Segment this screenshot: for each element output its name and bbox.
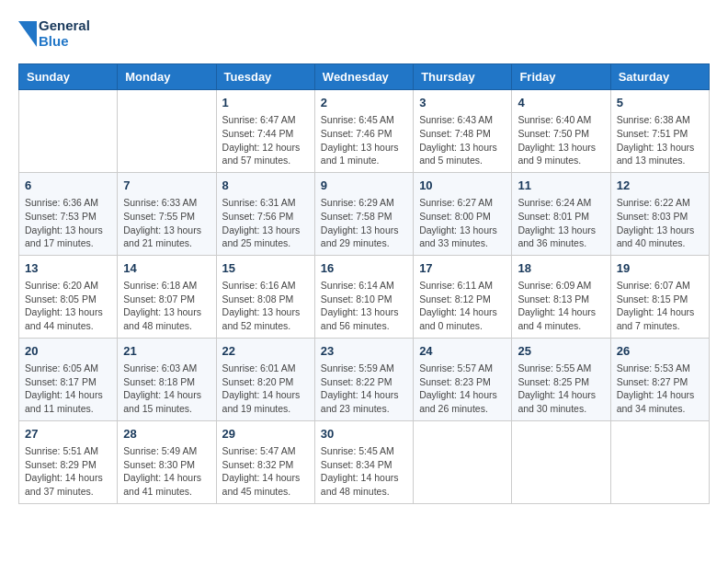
calendar-cell: 17Sunrise: 6:11 AM Sunset: 8:12 PM Dayli… — [414, 255, 512, 338]
calendar-cell: 8Sunrise: 6:31 AM Sunset: 7:56 PM Daylig… — [216, 172, 314, 255]
calendar-cell: 7Sunrise: 6:33 AM Sunset: 7:55 PM Daylig… — [118, 172, 216, 255]
day-info: Sunrise: 6:03 AM Sunset: 8:18 PM Dayligh… — [123, 362, 210, 416]
day-info: Sunrise: 6:05 AM Sunset: 8:17 PM Dayligh… — [25, 362, 111, 416]
calendar-week-2: 6Sunrise: 6:36 AM Sunset: 7:53 PM Daylig… — [19, 172, 710, 255]
day-number: 4 — [518, 95, 604, 111]
day-info: Sunrise: 6:31 AM Sunset: 7:56 PM Dayligh… — [222, 196, 309, 250]
calendar-cell: 11Sunrise: 6:24 AM Sunset: 8:01 PM Dayli… — [512, 172, 610, 255]
day-number: 13 — [25, 260, 111, 277]
day-info: Sunrise: 5:45 AM Sunset: 8:34 PM Dayligh… — [321, 444, 407, 499]
svg-marker-0 — [18, 21, 37, 47]
logo: General Blue — [18, 18, 90, 49]
day-number: 20 — [25, 343, 111, 360]
calendar-cell — [610, 420, 709, 503]
day-info: Sunrise: 6:33 AM Sunset: 7:55 PM Dayligh… — [123, 196, 210, 250]
calendar-cell: 2Sunrise: 6:45 AM Sunset: 7:46 PM Daylig… — [314, 90, 413, 173]
calendar-cell: 6Sunrise: 6:36 AM Sunset: 7:53 PM Daylig… — [19, 172, 118, 255]
calendar-cell: 1Sunrise: 6:47 AM Sunset: 7:44 PM Daylig… — [216, 90, 314, 173]
day-number: 8 — [222, 178, 309, 194]
day-number: 22 — [222, 343, 309, 360]
calendar-cell: 21Sunrise: 6:03 AM Sunset: 8:18 PM Dayli… — [118, 338, 216, 420]
header-day-tuesday: Tuesday — [216, 64, 314, 90]
calendar-cell: 20Sunrise: 6:05 AM Sunset: 8:17 PM Dayli… — [19, 338, 118, 420]
day-info: Sunrise: 6:11 AM Sunset: 8:12 PM Dayligh… — [419, 279, 506, 333]
day-info: Sunrise: 5:49 AM Sunset: 8:30 PM Dayligh… — [123, 444, 210, 499]
calendar-cell: 3Sunrise: 6:43 AM Sunset: 7:48 PM Daylig… — [414, 90, 512, 173]
logo-container: General Blue — [18, 18, 90, 49]
day-number: 6 — [25, 178, 111, 194]
calendar-cell: 30Sunrise: 5:45 AM Sunset: 8:34 PM Dayli… — [314, 420, 413, 503]
calendar-cell: 27Sunrise: 5:51 AM Sunset: 8:29 PM Dayli… — [19, 420, 118, 503]
calendar-week-1: 1Sunrise: 6:47 AM Sunset: 7:44 PM Daylig… — [19, 90, 710, 173]
day-number: 21 — [123, 343, 210, 360]
calendar-cell: 18Sunrise: 6:09 AM Sunset: 8:13 PM Dayli… — [512, 255, 610, 338]
header-day-thursday: Thursday — [414, 64, 512, 90]
calendar-week-3: 13Sunrise: 6:20 AM Sunset: 8:05 PM Dayli… — [19, 255, 710, 338]
day-number: 7 — [123, 178, 210, 194]
day-number: 1 — [222, 95, 309, 111]
day-info: Sunrise: 6:40 AM Sunset: 7:50 PM Dayligh… — [518, 113, 604, 167]
day-number: 27 — [25, 426, 111, 442]
day-info: Sunrise: 6:20 AM Sunset: 8:05 PM Dayligh… — [25, 279, 111, 333]
day-number: 9 — [321, 178, 407, 194]
header-day-friday: Friday — [512, 64, 610, 90]
day-info: Sunrise: 6:29 AM Sunset: 7:58 PM Dayligh… — [321, 196, 407, 250]
day-number: 30 — [321, 426, 407, 442]
day-info: Sunrise: 5:57 AM Sunset: 8:23 PM Dayligh… — [419, 362, 506, 416]
calendar-week-5: 27Sunrise: 5:51 AM Sunset: 8:29 PM Dayli… — [19, 420, 710, 503]
day-info: Sunrise: 6:22 AM Sunset: 8:03 PM Dayligh… — [617, 196, 703, 250]
day-info: Sunrise: 6:24 AM Sunset: 8:01 PM Dayligh… — [518, 196, 604, 250]
calendar-cell: 4Sunrise: 6:40 AM Sunset: 7:50 PM Daylig… — [512, 90, 610, 173]
day-number: 25 — [518, 343, 604, 360]
calendar-cell: 9Sunrise: 6:29 AM Sunset: 7:58 PM Daylig… — [314, 172, 413, 255]
day-info: Sunrise: 6:14 AM Sunset: 8:10 PM Dayligh… — [321, 279, 407, 333]
day-info: Sunrise: 6:27 AM Sunset: 8:00 PM Dayligh… — [419, 196, 506, 250]
day-info: Sunrise: 6:43 AM Sunset: 7:48 PM Dayligh… — [419, 113, 506, 167]
header-day-saturday: Saturday — [610, 64, 709, 90]
calendar-cell: 5Sunrise: 6:38 AM Sunset: 7:51 PM Daylig… — [610, 90, 709, 173]
day-number: 29 — [222, 426, 309, 442]
day-number: 5 — [617, 95, 703, 111]
day-number: 26 — [617, 343, 703, 360]
header-row: SundayMondayTuesdayWednesdayThursdayFrid… — [19, 64, 710, 90]
day-number: 23 — [321, 343, 407, 360]
day-number: 15 — [222, 260, 309, 277]
calendar-cell: 22Sunrise: 6:01 AM Sunset: 8:20 PM Dayli… — [216, 338, 314, 420]
day-number: 12 — [617, 178, 703, 194]
day-number: 19 — [617, 260, 703, 277]
calendar-cell: 13Sunrise: 6:20 AM Sunset: 8:05 PM Dayli… — [19, 255, 118, 338]
day-number: 10 — [419, 178, 506, 194]
day-info: Sunrise: 6:36 AM Sunset: 7:53 PM Dayligh… — [25, 196, 111, 250]
logo-triangle-icon — [18, 21, 37, 47]
day-number: 3 — [419, 95, 506, 111]
day-info: Sunrise: 5:47 AM Sunset: 8:32 PM Dayligh… — [222, 444, 309, 499]
day-info: Sunrise: 6:47 AM Sunset: 7:44 PM Dayligh… — [222, 113, 309, 167]
calendar-cell: 19Sunrise: 6:07 AM Sunset: 8:15 PM Dayli… — [610, 255, 709, 338]
calendar-cell — [414, 420, 512, 503]
calendar-table: SundayMondayTuesdayWednesdayThursdayFrid… — [18, 63, 710, 504]
calendar-cell: 25Sunrise: 5:55 AM Sunset: 8:25 PM Dayli… — [512, 338, 610, 420]
day-number: 14 — [123, 260, 210, 277]
page-header: General Blue — [18, 18, 710, 49]
day-info: Sunrise: 5:51 AM Sunset: 8:29 PM Dayligh… — [25, 444, 111, 499]
day-info: Sunrise: 6:09 AM Sunset: 8:13 PM Dayligh… — [518, 279, 604, 333]
calendar-cell: 10Sunrise: 6:27 AM Sunset: 8:00 PM Dayli… — [414, 172, 512, 255]
calendar-cell: 28Sunrise: 5:49 AM Sunset: 8:30 PM Dayli… — [118, 420, 216, 503]
calendar-cell — [19, 90, 118, 173]
calendar-cell: 15Sunrise: 6:16 AM Sunset: 8:08 PM Dayli… — [216, 255, 314, 338]
calendar-cell — [118, 90, 216, 173]
calendar-header: SundayMondayTuesdayWednesdayThursdayFrid… — [19, 64, 710, 90]
day-number: 16 — [321, 260, 407, 277]
calendar-cell: 23Sunrise: 5:59 AM Sunset: 8:22 PM Dayli… — [314, 338, 413, 420]
calendar-cell: 12Sunrise: 6:22 AM Sunset: 8:03 PM Dayli… — [610, 172, 709, 255]
day-info: Sunrise: 5:53 AM Sunset: 8:27 PM Dayligh… — [617, 362, 703, 416]
logo-text: General Blue — [39, 18, 90, 49]
day-info: Sunrise: 6:18 AM Sunset: 8:07 PM Dayligh… — [123, 279, 210, 333]
day-info: Sunrise: 6:45 AM Sunset: 7:46 PM Dayligh… — [321, 113, 407, 167]
calendar-week-4: 20Sunrise: 6:05 AM Sunset: 8:17 PM Dayli… — [19, 338, 710, 420]
day-info: Sunrise: 5:59 AM Sunset: 8:22 PM Dayligh… — [321, 362, 407, 416]
calendar-body: 1Sunrise: 6:47 AM Sunset: 7:44 PM Daylig… — [19, 90, 710, 504]
header-day-sunday: Sunday — [19, 64, 118, 90]
calendar-cell — [512, 420, 610, 503]
day-number: 28 — [123, 426, 210, 442]
